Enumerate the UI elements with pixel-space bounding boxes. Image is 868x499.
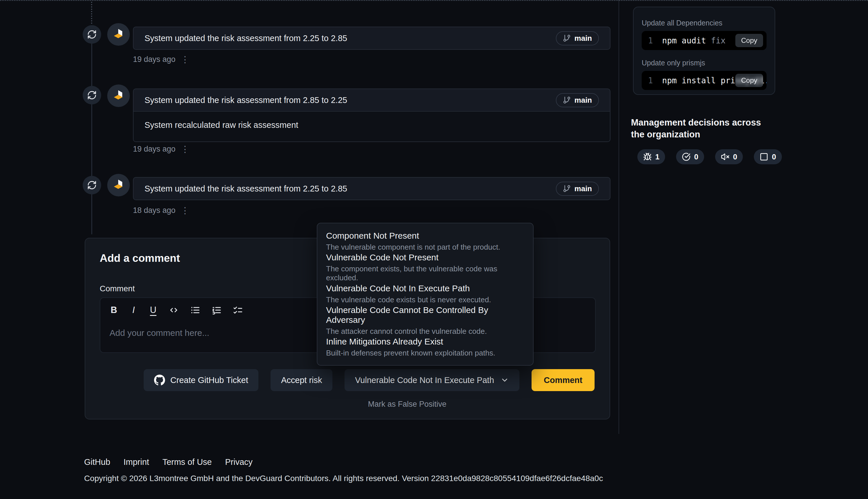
justification-dropdown-menu: Component Not Present The vulnerable com… — [317, 223, 533, 366]
dropdown-option-cannot-be-controlled-by-adversary[interactable]: Vulnerable Code Cannot Be Controlled By … — [326, 305, 524, 336]
event-menu-icon[interactable]: ⋮ — [181, 55, 189, 64]
event-menu-icon[interactable]: ⋮ — [181, 206, 189, 215]
comment-submit-label: Comment — [544, 376, 582, 385]
code-line-number: 1 — [648, 36, 653, 46]
avatar — [107, 84, 130, 107]
dropdown-option-description: The component exists, but the vulnerable… — [326, 264, 524, 282]
open-count-badge: 0 — [754, 149, 782, 164]
volume-off-icon — [721, 153, 730, 161]
accepted-count-badge: 0 — [676, 149, 704, 164]
dropdown-option-component-not-present[interactable]: Component Not Present The vulnerable com… — [326, 231, 524, 252]
copy-button[interactable]: Copy — [735, 34, 763, 47]
event-type-icon-wrap — [83, 176, 101, 194]
accept-risk-button[interactable]: Accept risk — [271, 369, 332, 391]
devguard-logo-icon — [112, 89, 125, 103]
ordered-list-icon[interactable] — [211, 305, 222, 315]
dropdown-option-title: Inline Mitigations Already Exist — [326, 337, 524, 346]
dropdown-option-description: The vulnerable code exists but is never … — [326, 295, 524, 304]
footer-link-imprint[interactable]: Imprint — [123, 457, 149, 467]
badge-count: 0 — [733, 153, 737, 161]
event-timestamp-row: 18 days ago ⋮ — [133, 206, 189, 215]
devguard-logo-icon — [112, 178, 125, 192]
create-github-ticket-button[interactable]: Create GitHub Ticket — [144, 369, 259, 391]
branch-badge: main — [556, 93, 599, 107]
update-all-label: Update all Dependencies — [642, 19, 767, 27]
event-menu-icon[interactable]: ⋮ — [181, 145, 189, 154]
dropdown-option-vulnerable-code-not-in-execute-path[interactable]: Vulnerable Code Not In Execute Path The … — [326, 283, 524, 304]
event-title: System updated the risk assessment from … — [144, 34, 347, 43]
italic-icon[interactable]: I — [129, 305, 138, 315]
copyright-text: Copyright © 2026 L3montree GmbH and the … — [84, 474, 603, 483]
avatar — [107, 23, 130, 46]
justification-select[interactable]: Vulnerable Code Not In Execute Path — [344, 369, 519, 391]
refresh-icon — [87, 90, 97, 100]
underline-icon[interactable]: U — [149, 305, 158, 315]
update-one-label: Update only prismjs — [642, 59, 767, 67]
timestamp-text: 19 days ago — [133, 55, 175, 64]
footer-link-privacy[interactable]: Privacy — [225, 457, 253, 467]
management-decision-badges: 1 0 0 0 — [637, 149, 782, 164]
footer-link-github[interactable]: GitHub — [84, 457, 110, 467]
git-branch-icon — [563, 185, 571, 193]
comment-input-placeholder[interactable]: Add your comment here... — [110, 328, 209, 338]
code-line-number: 1 — [648, 76, 653, 85]
branch-name: main — [574, 34, 592, 43]
refresh-icon — [87, 180, 97, 190]
badge-count: 0 — [772, 153, 776, 161]
event-title: System updated the risk assessment from … — [144, 96, 347, 105]
event-title: System updated the risk assessment from … — [144, 184, 347, 194]
create-github-ticket-label: Create GitHub Ticket — [170, 376, 248, 385]
content-sidebar-divider — [618, 0, 619, 434]
footer-link-terms[interactable]: Terms of Use — [162, 457, 212, 467]
timestamp-text: 19 days ago — [133, 145, 175, 154]
check-list-icon[interactable] — [233, 305, 243, 315]
code-icon[interactable] — [168, 305, 179, 315]
add-comment-title: Add a comment — [100, 252, 180, 264]
accept-risk-label: Accept risk — [281, 376, 322, 385]
dropdown-option-description: Built-in defenses prevent known exploita… — [326, 349, 524, 357]
management-decisions-heading: Management decisions across the organiza… — [631, 117, 770, 140]
bug-count-badge: 1 — [637, 149, 665, 164]
justification-selected-value: Vulnerable Code Not In Execute Path — [355, 376, 494, 385]
bold-icon[interactable]: B — [110, 305, 118, 315]
dropdown-option-description: The vulnerable component is not part of … — [326, 243, 524, 252]
comment-field-label: Comment — [100, 284, 135, 293]
event-timestamp-row: 19 days ago ⋮ — [133, 145, 189, 154]
refresh-icon — [87, 29, 97, 39]
git-branch-icon — [563, 34, 571, 42]
dropdown-option-title: Vulnerable Code Not In Execute Path — [326, 283, 524, 293]
copy-button[interactable]: Copy — [735, 74, 763, 87]
dependency-update-panel: Update all Dependencies 1 npm audit fix … — [633, 7, 775, 95]
branch-name: main — [574, 184, 592, 193]
event-body-text: System recalculated raw risk assessment — [134, 111, 610, 142]
branch-badge: main — [556, 31, 599, 46]
branch-name: main — [574, 96, 592, 105]
badge-count: 1 — [655, 153, 659, 161]
code-argument: fix — [711, 36, 726, 46]
timeline-event: System updated the risk assessment from … — [133, 88, 611, 142]
square-icon — [759, 153, 768, 161]
bullet-list-icon[interactable] — [190, 305, 200, 315]
dropdown-option-inline-mitigations-already-exist[interactable]: Inline Mitigations Already Exist Built-i… — [326, 337, 524, 357]
footer-links: GitHub Imprint Terms of Use Privacy — [84, 457, 253, 467]
git-branch-icon — [563, 96, 571, 104]
dropdown-option-title: Component Not Present — [326, 231, 524, 241]
comment-actions-row: Create GitHub Ticket Accept risk Vulnera… — [144, 369, 594, 391]
mark-false-positive-link[interactable]: Mark as False Positive — [368, 400, 446, 409]
dropdown-option-vulnerable-code-not-present[interactable]: Vulnerable Code Not Present The componen… — [326, 253, 524, 282]
timeline-event: System updated the risk assessment from … — [133, 27, 611, 50]
github-icon — [154, 375, 165, 386]
avatar — [107, 174, 130, 196]
comment-submit-button[interactable]: Comment — [531, 369, 594, 391]
branch-badge: main — [556, 182, 599, 196]
code-command: npm audit — [662, 36, 706, 46]
check-circle-icon — [682, 153, 691, 161]
bug-icon — [643, 153, 652, 161]
event-type-icon-wrap — [83, 86, 101, 105]
chevron-down-icon — [500, 376, 509, 385]
event-timestamp-row: 19 days ago ⋮ — [133, 55, 189, 64]
timeline-event: System updated the risk assessment from … — [133, 177, 611, 200]
code-block-update-one: 1 npm install prismjs@1. Copy — [642, 71, 767, 90]
devguard-page: System updated the risk assessment from … — [0, 0, 868, 499]
dropdown-option-description: The attacker cannot control the vulnerab… — [326, 327, 524, 336]
